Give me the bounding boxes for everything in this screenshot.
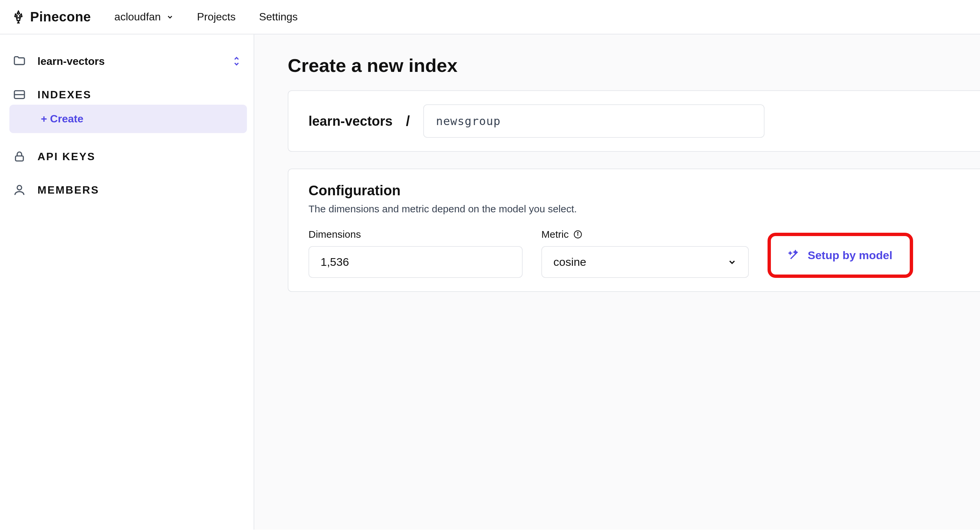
project-name: learn-vectors xyxy=(38,55,105,68)
sidebar: learn-vectors INDEXES + Create API KEYS xyxy=(0,35,254,530)
layout: learn-vectors INDEXES + Create API KEYS xyxy=(0,35,980,530)
user-label: acloudfan xyxy=(115,11,161,23)
main-content: Create a new index learn-vectors / Confi… xyxy=(254,35,980,530)
sidebar-item-members[interactable]: MEMBERS xyxy=(7,180,247,200)
members-label: MEMBERS xyxy=(38,184,99,196)
config-row: Dimensions Metric cosine xyxy=(309,229,960,278)
nav-projects[interactable]: Projects xyxy=(197,11,236,23)
metric-value: cosine xyxy=(554,256,586,268)
sidebar-item-indexes[interactable]: INDEXES xyxy=(7,84,247,105)
chevron-down-icon xyxy=(166,13,173,21)
lock-icon xyxy=(13,150,26,163)
index-name-card: learn-vectors / xyxy=(288,90,980,152)
dimensions-field: Dimensions xyxy=(309,229,523,278)
folder-icon xyxy=(13,54,26,68)
configuration-card: Configuration The dimensions and metric … xyxy=(288,168,980,292)
info-icon[interactable] xyxy=(573,230,582,239)
user-icon xyxy=(13,183,26,197)
config-description: The dimensions and metric depend on the … xyxy=(309,203,960,215)
nav-settings[interactable]: Settings xyxy=(259,11,298,23)
metric-label: Metric xyxy=(541,229,749,240)
sidebar-item-create[interactable]: + Create xyxy=(10,105,247,133)
user-dropdown[interactable]: acloudfan xyxy=(115,11,173,23)
indexes-label: INDEXES xyxy=(38,89,91,101)
sidebar-item-api-keys[interactable]: API KEYS xyxy=(7,146,247,167)
page-title: Create a new index xyxy=(288,54,980,76)
breadcrumb-slash: / xyxy=(406,113,410,129)
magic-wand-icon xyxy=(788,250,800,261)
pinecone-logo-icon xyxy=(11,10,25,24)
dimensions-input[interactable] xyxy=(309,246,523,278)
header: Pinecone acloudfan Projects Settings xyxy=(0,0,980,35)
metric-field: Metric cosine xyxy=(541,229,749,278)
brand-logo: Pinecone xyxy=(11,10,91,24)
breadcrumb: learn-vectors / xyxy=(309,104,960,138)
database-icon xyxy=(13,88,26,101)
setup-by-model-label: Setup by model xyxy=(808,249,892,262)
config-heading: Configuration xyxy=(309,183,960,199)
breadcrumb-project: learn-vectors xyxy=(309,114,393,129)
setup-by-model-button[interactable]: Setup by model xyxy=(778,240,902,270)
setup-by-model-highlight: Setup by model xyxy=(768,233,913,278)
dimensions-label: Dimensions xyxy=(309,229,523,240)
index-name-input[interactable] xyxy=(423,104,765,138)
api-keys-label: API KEYS xyxy=(38,151,95,163)
sort-icon xyxy=(232,56,241,67)
svg-rect-2 xyxy=(15,156,23,161)
project-selector[interactable]: learn-vectors xyxy=(7,51,247,71)
brand-name: Pinecone xyxy=(30,10,91,24)
metric-select[interactable]: cosine xyxy=(541,246,749,278)
create-label: + Create xyxy=(41,113,83,125)
chevron-down-icon xyxy=(727,257,737,267)
svg-point-6 xyxy=(578,232,578,233)
svg-point-3 xyxy=(17,186,21,190)
